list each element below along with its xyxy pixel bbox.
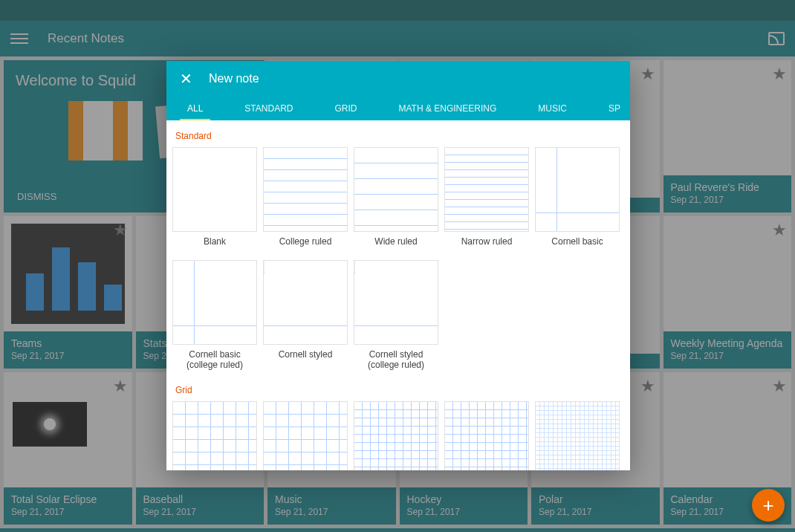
- new-note-dialog: ✕ New note ALL STANDARD GRID MATH & ENGI…: [166, 61, 630, 470]
- tab-all[interactable]: ALL: [166, 97, 224, 120]
- template-label: College ruled: [278, 232, 334, 254]
- template-cornell-basic[interactable]: Cornell basic: [535, 147, 620, 254]
- tab-grid[interactable]: GRID: [314, 97, 377, 120]
- template-cornell-styled[interactable]: Cornell styled: [263, 260, 348, 374]
- plus-icon: +: [762, 494, 773, 517]
- tab-math[interactable]: MATH & ENGINEERING: [377, 97, 517, 120]
- template-label: Cornell basic: [550, 232, 604, 254]
- section-grid: Grid: [172, 374, 624, 401]
- fab-add-note[interactable]: +: [752, 489, 785, 522]
- template-label: Wide ruled: [373, 232, 418, 254]
- template-cornell-styled-ruled[interactable]: Cornell styled (college ruled): [354, 260, 438, 374]
- template-blank[interactable]: Blank: [172, 147, 257, 254]
- dialog-header: ✕ New note: [166, 61, 630, 97]
- template-label: Cornell styled (college ruled): [354, 345, 438, 374]
- template-label: Cornell styled: [277, 345, 334, 367]
- dialog-tabs: ALL STANDARD GRID MATH & ENGINEERING MUS…: [166, 97, 630, 120]
- dialog-title: New note: [209, 72, 259, 85]
- tab-music[interactable]: MUSIC: [517, 97, 588, 120]
- template-grid[interactable]: [354, 401, 438, 470]
- template-college-ruled[interactable]: College ruled: [263, 147, 348, 254]
- template-grid[interactable]: [172, 401, 257, 470]
- template-label: Narrow ruled: [460, 232, 514, 254]
- template-grid[interactable]: [444, 401, 529, 470]
- template-label: Blank: [202, 232, 227, 254]
- tab-sports[interactable]: SP: [588, 97, 630, 120]
- close-icon[interactable]: ✕: [180, 70, 192, 88]
- section-standard: Standard: [172, 120, 624, 147]
- template-narrow-ruled[interactable]: Narrow ruled: [444, 147, 529, 254]
- template-grid[interactable]: [263, 401, 348, 470]
- template-wide-ruled[interactable]: Wide ruled: [354, 147, 438, 254]
- template-label: Cornell basic (college ruled): [172, 345, 257, 374]
- tab-standard[interactable]: STANDARD: [224, 97, 314, 120]
- template-grid[interactable]: [535, 401, 620, 470]
- template-cornell-basic-ruled[interactable]: Cornell basic (college ruled): [172, 260, 257, 374]
- dialog-body[interactable]: Standard Blank College ruled Wide ruled …: [166, 120, 630, 470]
